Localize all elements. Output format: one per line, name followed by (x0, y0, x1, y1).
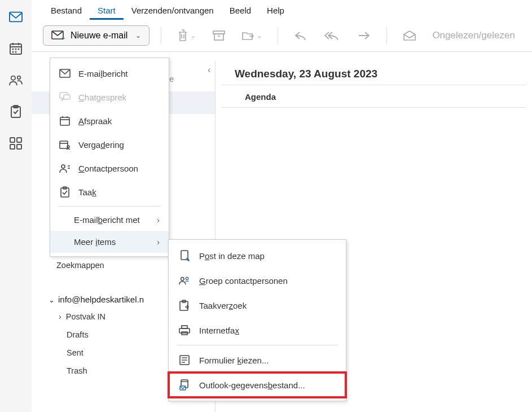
toolbar: + Nieuwe e-mail ⌄ ⌄ ⌄ Onge (32, 20, 532, 52)
move-icon[interactable]: ⌄ (238, 28, 266, 43)
dd-label: E-mailbericht met (74, 215, 140, 225)
task-icon (59, 186, 71, 198)
read-unread-label[interactable]: Ongelezen/gelezen (429, 30, 515, 41)
fax-icon (179, 325, 190, 336)
divider (278, 27, 278, 44)
separator (58, 206, 161, 207)
calendar-icon (59, 115, 71, 126)
svg-rect-26 (60, 117, 69, 125)
menu-file[interactable]: Bestand (43, 3, 90, 20)
contact-icon (59, 163, 71, 174)
dd-chat: Chatgesprek (50, 85, 169, 109)
menubar: Bestand Start Verzenden/ontvangen Beeld … (32, 0, 532, 20)
dd-label: Chatgesprek (78, 93, 126, 102)
apps-icon[interactable] (9, 137, 23, 150)
chat-icon (59, 91, 71, 103)
svg-point-40 (186, 277, 188, 280)
post-icon (179, 250, 190, 261)
sm-label: Outlook-gegevensbestand... (199, 380, 305, 390)
new-email-label: Nieuwe e-mail (71, 30, 127, 41)
dd-email-message[interactable]: E-mailbericht (50, 62, 169, 85)
sm-contact-group[interactable]: Groep contactpersonen (169, 268, 346, 293)
data-file-icon (179, 379, 190, 391)
svg-rect-25 (64, 95, 70, 99)
sm-internet-fax[interactable]: Internetfax (169, 318, 346, 343)
dd-task[interactable]: Taak (50, 180, 169, 204)
svg-text:+: + (61, 34, 65, 41)
svg-rect-30 (60, 141, 68, 148)
svg-point-10 (11, 76, 15, 80)
chevron-down-icon: ⌄ (135, 32, 141, 40)
dd-appointment[interactable]: Afspraak (50, 109, 169, 133)
svg-point-39 (181, 278, 184, 280)
sm-post-folder[interactable]: Post in deze map (169, 243, 346, 268)
dd-label: Contactpersoon (78, 164, 138, 173)
menu-send-receive[interactable]: Verzenden/ontvangen (124, 3, 222, 20)
dd-label: E-mailbericht (78, 69, 128, 78)
group-icon (179, 275, 190, 286)
sm-outlook-data-file[interactable]: Outlook-gegevensbestand... (169, 372, 346, 397)
svg-rect-21 (214, 34, 223, 40)
dd-meeting[interactable]: Vergadering (50, 133, 169, 156)
collapse-caret-icon[interactable]: ‹ (208, 65, 210, 75)
people-icon[interactable] (9, 73, 23, 87)
form-icon (179, 354, 190, 366)
forward-icon[interactable] (353, 28, 375, 43)
reply-icon[interactable] (289, 28, 312, 43)
mail-icon (59, 68, 71, 79)
svg-point-32 (67, 146, 69, 148)
meeting-icon (59, 139, 71, 150)
dd-label: Afspraak (78, 116, 112, 126)
sm-label: Internetfax (199, 326, 239, 335)
menu-start[interactable]: Start (90, 3, 124, 20)
svg-rect-16 (10, 144, 15, 149)
date-header: Wednesday, 23 August 2023 (221, 68, 526, 85)
dd-email-with[interactable]: E-mailbericht met › (50, 209, 169, 231)
dd-more-items[interactable]: Meer items › (50, 231, 169, 253)
chevron-right-icon: › (157, 238, 160, 247)
sm-task-request[interactable]: Taakverzoek (169, 293, 346, 318)
menu-help[interactable]: Help (259, 3, 292, 20)
svg-rect-44 (182, 326, 187, 328)
sm-label: Post in deze map (199, 251, 265, 261)
dd-contact[interactable]: Contactpersoon (50, 156, 169, 180)
svg-rect-17 (17, 144, 21, 149)
left-rail (0, 0, 32, 412)
more-items-submenu: Post in deze map Groep contactpersonen T… (168, 239, 346, 401)
calendar-icon[interactable] (9, 42, 23, 55)
dd-label: Vergadering (78, 140, 124, 150)
svg-rect-0 (10, 12, 22, 22)
mail-icon[interactable] (9, 10, 23, 24)
svg-point-11 (17, 76, 21, 80)
dd-label: Taak (78, 187, 96, 197)
svg-rect-15 (17, 138, 21, 142)
sm-label: Formulier kiezen... (199, 356, 269, 365)
new-email-button[interactable]: + Nieuwe e-mail ⌄ (43, 25, 150, 46)
divider (161, 27, 161, 44)
agenda-label: Agenda (221, 85, 526, 108)
sm-label: Taakverzoek (199, 301, 247, 310)
svg-rect-14 (10, 138, 15, 142)
top-area: Bestand Start Verzenden/ontvangen Beeld … (32, 0, 532, 52)
archive-icon[interactable] (208, 28, 230, 43)
tasks-icon[interactable] (9, 105, 23, 119)
read-unread-icon[interactable] (398, 28, 421, 43)
sm-choose-form[interactable]: Formulier kiezen... (169, 348, 346, 372)
svg-point-33 (61, 165, 65, 168)
reply-all-icon[interactable] (320, 28, 345, 43)
menu-view[interactable]: Beeld (222, 3, 259, 20)
chevron-right-icon: › (157, 216, 160, 225)
new-email-dropdown: E-mailbericht Chatgesprek Afspraak Verga… (50, 58, 169, 257)
separator (177, 345, 338, 345)
delete-icon[interactable]: ⌄ (173, 27, 200, 44)
sm-label: Groep contactpersonen (199, 276, 288, 286)
new-mail-icon: + (51, 30, 65, 41)
dd-label: Meer items (74, 237, 116, 247)
task-request-icon (179, 300, 190, 311)
divider (386, 27, 387, 44)
